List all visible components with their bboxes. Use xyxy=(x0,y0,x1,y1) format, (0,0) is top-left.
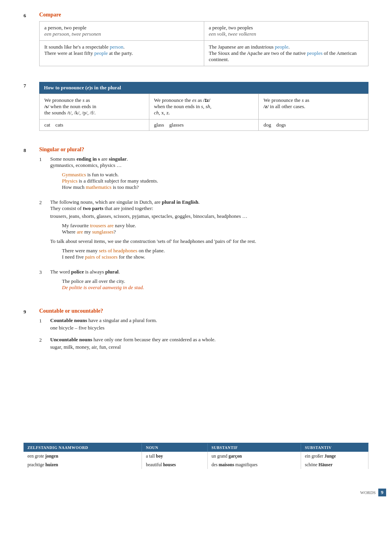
link-trousers[interactable]: trousers are xyxy=(90,223,113,228)
bottom-bold-2-3: maisons xyxy=(219,462,234,467)
list-content-3: The word police is always plural. The po… xyxy=(50,269,368,294)
pronounce-col-2-example: glass glasses xyxy=(149,119,259,131)
countable-bold-2: Uncountable nouns xyxy=(50,337,92,342)
compare-text-1-left-sub: een persoon, twee personen xyxy=(44,31,101,37)
pronounce-desc-row: We pronounce the s as /s/ when the noun … xyxy=(40,94,368,119)
page: 6 Compare a person, two people een perso… xyxy=(0,0,392,500)
countable-bold-1: Countable nouns xyxy=(50,317,87,323)
countable-item-1: 1 Countable nouns have a singular and a … xyxy=(39,317,368,331)
spacer xyxy=(24,364,368,443)
example-gymnastics: Gymnastics is fun to watch. xyxy=(62,172,368,178)
bottom-header-2: NOUN xyxy=(142,443,207,452)
section-9-title: Countable or uncountable? xyxy=(39,308,368,314)
countable-content-2: Uncountable nouns have only one form bec… xyxy=(50,337,368,350)
compare-table: a person, two people een persoon, twee p… xyxy=(39,21,368,66)
item3-main: The word police is always plural. xyxy=(50,269,368,275)
item1-sub: gymnastics, economics, physics … xyxy=(50,162,368,168)
example-glasses: glasses xyxy=(169,122,184,128)
link-people-left[interactable]: people xyxy=(94,50,108,56)
bottom-bold-1-3: garçon xyxy=(229,454,242,458)
compare-text-1-left-main: a person, two people xyxy=(44,25,87,31)
list-item-1: 1 Some nouns ending in s are singular. g… xyxy=(39,156,368,194)
item3-examples: The police are all over the city. De pol… xyxy=(62,278,368,291)
link-physics[interactable]: Physics xyxy=(62,178,78,184)
bottom-reference-table: ZELFSTANDIG NAAMWOORD NOUN SUBSTANTIF SU… xyxy=(24,443,368,469)
bottom-cell-2-2: beautiful houses xyxy=(142,460,207,469)
bottom-bold-2-2: houses xyxy=(163,462,176,467)
compare-cell-1-right: a people, two peoples een volk, twee vol… xyxy=(204,22,368,41)
link-sets-headphones[interactable]: sets of headphones xyxy=(99,248,137,253)
section-6: 6 Compare a person, two people een perso… xyxy=(24,12,368,73)
link-are[interactable]: are xyxy=(77,229,83,235)
example-cat: cat xyxy=(44,122,50,128)
pronounce-table: We pronounce the s as /s/ when the noun … xyxy=(39,94,368,131)
link-gymnastics[interactable]: Gymnastics xyxy=(62,172,86,177)
bottom-cell-2-1: prachtige huizen xyxy=(24,460,142,469)
item2-two-parts: two parts xyxy=(83,205,103,211)
bottom-cell-2-3: des maisons magnifiques xyxy=(207,460,301,469)
countable-content-1: Countable nouns have a singular and a pl… xyxy=(50,317,368,331)
bottom-cell-1-1: een grote jongen xyxy=(24,452,142,460)
item1-examples: Gymnastics is fun to watch. Physics is a… xyxy=(62,172,368,190)
pronounce-header: How to pronounce (e)s in the plural xyxy=(39,82,368,94)
section-7: 7 How to pronounce (e)s in the plural We… xyxy=(24,82,368,138)
link-mathematics[interactable]: mathematics xyxy=(86,184,112,190)
bottom-bold-2-4: Häuser xyxy=(319,462,333,467)
compare-text-1-right-sub: een volk, twee volkeren xyxy=(209,31,256,37)
example-politie: De politie is overal aanwezig in de stad… xyxy=(62,284,368,291)
phoneme-iz: /ɪz/ xyxy=(203,97,210,103)
page-number: 9 xyxy=(378,489,387,496)
section-9-number: 9 xyxy=(24,308,39,315)
countable-item-2: 2 Uncountable nouns have only one form b… xyxy=(39,337,368,350)
item2-main: The following nouns, which are singular … xyxy=(50,199,368,212)
item3-police: police xyxy=(71,269,84,275)
compare-row-2: It sounds like he's a respectable person… xyxy=(40,41,368,66)
pronounce-col-1-example: cat cats xyxy=(40,119,149,131)
pronounce-col-1-desc: We pronounce the s as /s/ when the noun … xyxy=(40,94,149,119)
link-sunglasses[interactable]: sunglasses xyxy=(92,229,114,235)
compare-cell-1-left: a person, two people een persoon, twee p… xyxy=(40,22,204,41)
link-pairs-scissors[interactable]: pairs of scissors xyxy=(85,254,118,260)
link-person[interactable]: person xyxy=(110,44,123,50)
item2-bold: plural in English xyxy=(162,199,198,205)
compare-text-1-right-main: a people, two peoples xyxy=(209,25,253,31)
bottom-bold-1-1: jongen xyxy=(45,454,58,458)
example-dog: dog xyxy=(263,122,271,128)
list-num-3: 3 xyxy=(39,269,50,275)
example-trousers: My favourite trousers are navy blue. xyxy=(62,223,368,229)
bottom-bar: ZELFSTANDIG NAAMWOORD NOUN SUBSTANTIF SU… xyxy=(24,443,368,469)
example-dogs: dogs xyxy=(276,122,286,128)
countable-num-2: 2 xyxy=(39,337,50,343)
bottom-bold-1-4: Junge xyxy=(325,454,336,458)
link-people-right[interactable]: people xyxy=(275,44,289,50)
section-6-number: 6 xyxy=(24,12,39,19)
page-footer: WORDS 9 xyxy=(360,489,386,496)
pronounce-examples-row: cat cats glass glasses dog dogs xyxy=(40,119,368,131)
phoneme-z: /z/ xyxy=(263,103,269,109)
bottom-header-3: SUBSTANTIF xyxy=(207,443,301,452)
section-8-content: Singular or plural? 1 Some nouns ending … xyxy=(39,147,368,299)
list-num-2: 2 xyxy=(39,199,50,206)
section-8-number: 8 xyxy=(24,147,39,154)
example-physics: Physics is a difficult subject for many … xyxy=(62,178,368,184)
pronounce-col-2-desc: We pronounce the es as /ɪz/ when the nou… xyxy=(149,94,259,119)
bottom-cell-1-2: a tall boy xyxy=(142,452,207,460)
example-cats: cats xyxy=(55,122,63,128)
item1-bold2: singular xyxy=(109,156,127,162)
section-7-content: How to pronounce (e)s in the plural We p… xyxy=(39,82,368,138)
bottom-bold-2-1: huizen xyxy=(45,462,58,467)
section-7-number: 7 xyxy=(24,82,39,89)
list-item-3: 3 The word police is always plural. The … xyxy=(39,269,368,294)
list-item-2: 2 The following nouns, which are singula… xyxy=(39,199,368,263)
countable-main-2: Uncountable nouns have only one form bec… xyxy=(50,337,368,343)
singular-plural-list: 1 Some nouns ending in s are singular. g… xyxy=(39,156,368,294)
countable-sub-2: sugar, milk, money, air, fun, cereal xyxy=(50,344,368,350)
item2-list: trousers, jeans, shorts, glasses, scisso… xyxy=(50,213,368,219)
compare-cell-2-right: The Japanese are an industrious people. … xyxy=(204,41,368,66)
item2-extra: To talk about several items, we use the … xyxy=(50,238,368,244)
item1-bold1: ending in s xyxy=(76,156,100,162)
link-peoples[interactable]: peoples xyxy=(307,50,323,56)
section-9-content: Countable or uncountable? 1 Countable no… xyxy=(39,308,368,356)
countable-sub-1: one bicycle – five bicycles xyxy=(50,325,368,331)
pronounce-col-3-example: dog dogs xyxy=(259,119,368,131)
